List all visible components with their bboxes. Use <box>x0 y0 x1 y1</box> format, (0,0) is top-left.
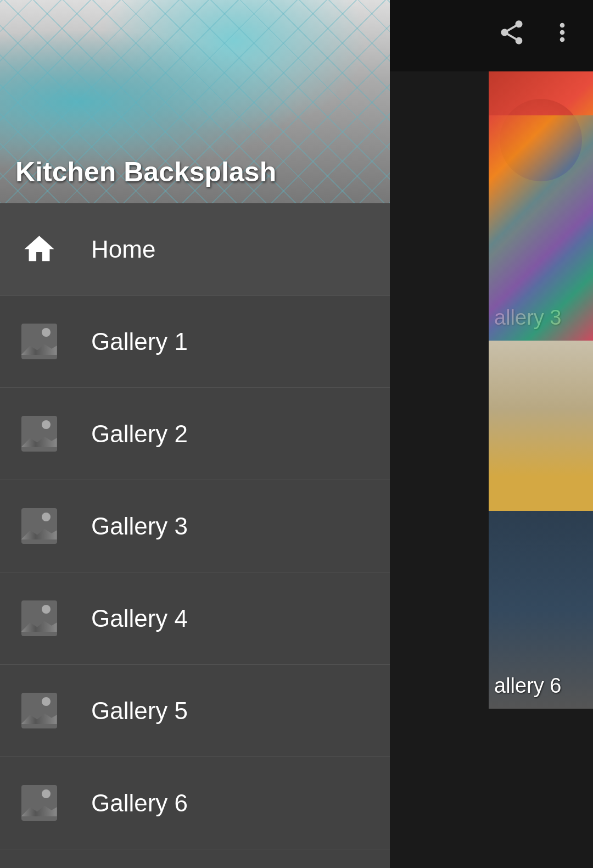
grid-label-3: allery 3 <box>494 306 562 330</box>
grid-thumbnail-3[interactable]: allery 3 <box>489 71 593 341</box>
drawer-header-title: Kitchen Backsplash <box>15 156 276 188</box>
grid-label-6: allery 6 <box>494 674 562 698</box>
gallery6-icon <box>20 784 58 822</box>
sidebar-item-gallery2-label: Gallery 2 <box>91 420 188 448</box>
sidebar-item-gallery5[interactable]: Gallery 5 <box>0 665 390 757</box>
sidebar-item-gallery4-label: Gallery 4 <box>91 605 188 632</box>
sidebar-item-gallery6[interactable]: Gallery 6 <box>0 757 390 849</box>
sidebar-item-gallery3-label: Gallery 3 <box>91 513 188 540</box>
gallery3-icon <box>20 507 58 546</box>
navigation-drawer: Kitchen Backsplash Home Gallery 1 Galler <box>0 0 390 868</box>
sidebar-item-gallery1[interactable]: Gallery 1 <box>0 296 390 388</box>
gallery5-icon <box>20 692 58 730</box>
sidebar-item-home[interactable]: Home <box>0 203 390 296</box>
grid-thumbnail-5[interactable] <box>489 341 593 511</box>
sidebar-item-gallery2[interactable]: Gallery 2 <box>0 388 390 480</box>
more-options-icon[interactable] <box>548 18 577 53</box>
drawer-menu: Home Gallery 1 Gallery 2 Gallery 3 <box>0 203 390 868</box>
sidebar-item-gallery3[interactable]: Gallery 3 <box>0 480 390 572</box>
drawer-header: Kitchen Backsplash <box>0 0 390 203</box>
gallery4-icon <box>20 599 58 638</box>
gallery2-icon <box>20 415 58 453</box>
gallery1-icon <box>20 322 58 361</box>
sidebar-item-gallery4[interactable]: Gallery 4 <box>0 572 390 665</box>
grid-thumbnail-6[interactable]: allery 6 <box>489 511 593 709</box>
sidebar-item-gallery6-label: Gallery 6 <box>91 789 188 817</box>
right-grid: allery 3 allery 6 <box>489 71 593 868</box>
home-icon <box>20 230 58 269</box>
sidebar-item-gallery1-label: Gallery 1 <box>91 328 188 355</box>
sidebar-item-home-label: Home <box>91 236 155 263</box>
share-icon[interactable] <box>497 18 526 53</box>
sidebar-item-otherapps[interactable]: Other APPS <box>0 849 390 868</box>
sidebar-item-gallery5-label: Gallery 5 <box>91 697 188 725</box>
